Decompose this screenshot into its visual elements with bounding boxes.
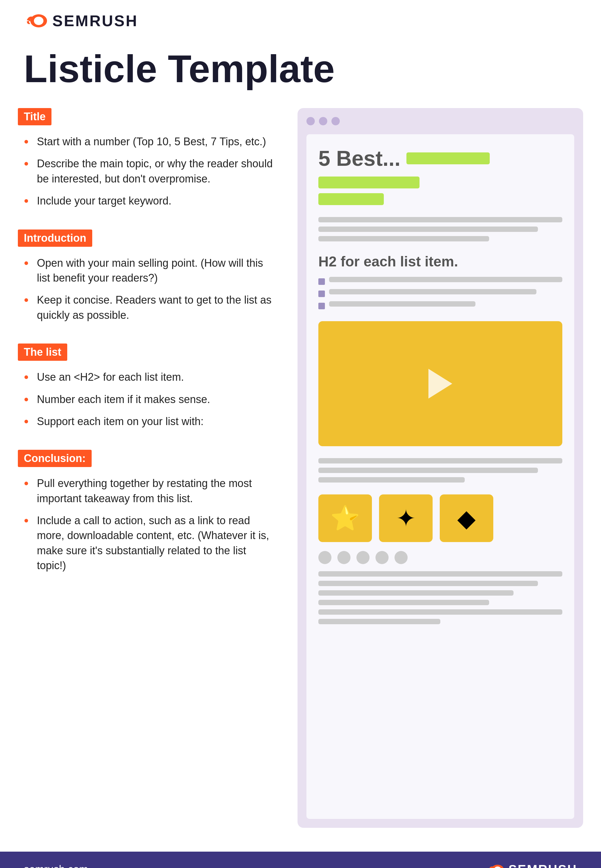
purple-square-2	[318, 290, 325, 297]
semrush-logo-icon	[24, 12, 47, 30]
footer-logo: SEMRUSH	[487, 862, 577, 868]
star-icon-3: ◆	[457, 504, 476, 532]
footer-logo-icon	[487, 863, 504, 868]
browser-title-area: 5 Best...	[318, 146, 562, 205]
title-section: Title Start with a number (Top 10, 5 Bes…	[18, 108, 274, 209]
main-content: Title Start with a number (Top 10, 5 Bes…	[0, 108, 601, 828]
the-list-label: The list	[18, 344, 67, 361]
circles-row	[318, 551, 562, 564]
list-bullet-1: Use an <H2> for each list item.	[24, 370, 274, 385]
browser-dot-3	[331, 117, 340, 125]
list-bullet-3: Support each item on your list with:	[24, 414, 274, 429]
purple-line-1	[329, 277, 562, 282]
left-column: Title Start with a number (Top 10, 5 Bes…	[18, 108, 285, 828]
conclusion-label: Conclusion:	[18, 450, 92, 467]
intro-bullet-2: Keep it concise. Readers want to get to …	[24, 293, 274, 322]
intro-bullet-1: Open with your main selling point. (How …	[24, 256, 274, 286]
star-icon-2: ✦	[396, 504, 416, 532]
green-bar-3	[318, 193, 384, 205]
gray-line-4	[318, 458, 562, 463]
browser-text-lines-2	[318, 458, 562, 483]
star-box-2: ✦	[379, 494, 433, 542]
star-box-3: ◆	[440, 494, 493, 542]
gray-line-11	[318, 609, 562, 615]
title-bullet-2: Describe the main topic, or why the read…	[24, 156, 274, 186]
browser-dot-1	[307, 117, 315, 125]
title-bullet-list: Start with a number (Top 10, 5 Best, 7 T…	[18, 134, 274, 209]
gray-line-9	[318, 590, 514, 596]
star-icon-1: ⭐	[330, 504, 360, 532]
gray-line-8	[318, 581, 538, 586]
list-bullet-2: Number each item if it makes sense.	[24, 392, 274, 407]
header: SEMRUSH	[0, 0, 601, 36]
star-box-1: ⭐	[318, 494, 372, 542]
svg-point-1	[34, 17, 43, 25]
stars-row: ⭐ ✦ ◆	[318, 494, 562, 542]
circle-2	[337, 551, 351, 564]
purple-row-2	[318, 289, 562, 297]
page-title: Listicle Template	[0, 36, 601, 108]
browser-intro-lines	[318, 217, 562, 241]
introduction-label: Introduction	[18, 229, 92, 247]
green-bar-title	[406, 153, 490, 164]
footer-url: semrush.com	[24, 863, 88, 868]
browser-title-row: 5 Best...	[318, 146, 562, 171]
introduction-section: Introduction Open with your main selling…	[18, 229, 274, 323]
browser-dots	[307, 117, 574, 125]
purple-square-1	[318, 278, 325, 285]
gray-line-3	[318, 236, 489, 241]
browser-mockup: 5 Best... H2 for each list item.	[297, 108, 583, 828]
browser-h2-section: H2 for each list item.	[318, 253, 562, 309]
browser-h1: 5 Best...	[318, 146, 400, 171]
play-icon	[429, 369, 452, 399]
gray-line-5	[318, 468, 538, 473]
video-placeholder	[318, 321, 562, 446]
footer-logo-text: SEMRUSH	[508, 862, 577, 868]
the-list-bullet-list: Use an <H2> for each list item. Number e…	[18, 370, 274, 429]
title-label: Title	[18, 108, 52, 125]
circle-3	[357, 551, 369, 564]
circle-5	[395, 551, 407, 564]
logo-text: SEMRUSH	[52, 12, 138, 30]
browser-h2: H2 for each list item.	[318, 253, 562, 270]
purple-line-3	[329, 301, 476, 307]
conclusion-bullet-1: Pull everything together by restating th…	[24, 476, 274, 506]
gray-line-7	[318, 571, 562, 576]
introduction-bullet-list: Open with your main selling point. (How …	[18, 256, 274, 323]
gray-line-2	[318, 226, 538, 232]
right-column: 5 Best... H2 for each list item.	[285, 108, 583, 828]
circle-1	[318, 551, 331, 564]
conclusion-bullet-2: Include a call to action, such as a link…	[24, 513, 274, 573]
purple-row-1	[318, 277, 562, 285]
title-bullet-3: Include your target keyword.	[24, 194, 274, 208]
circle-4	[375, 551, 389, 564]
conclusion-bullet-list: Pull everything together by restating th…	[18, 476, 274, 573]
the-list-section: The list Use an <H2> for each list item.…	[18, 344, 274, 429]
browser-dot-2	[319, 117, 327, 125]
conclusion-section: Conclusion: Pull everything together by …	[18, 450, 274, 573]
gray-line-1	[318, 217, 562, 222]
purple-square-3	[318, 303, 325, 309]
purple-line-2	[329, 289, 537, 294]
gray-line-6	[318, 477, 465, 483]
title-bullet-1: Start with a number (Top 10, 5 Best, 7 T…	[24, 134, 274, 149]
footer: semrush.com SEMRUSH	[0, 852, 601, 868]
gray-line-12	[318, 619, 440, 624]
purple-row-3	[318, 301, 562, 309]
gray-line-10	[318, 600, 489, 605]
browser-content: 5 Best... H2 for each list item.	[307, 134, 574, 819]
green-bar-2	[318, 177, 419, 188]
browser-text-lines-3	[318, 571, 562, 624]
